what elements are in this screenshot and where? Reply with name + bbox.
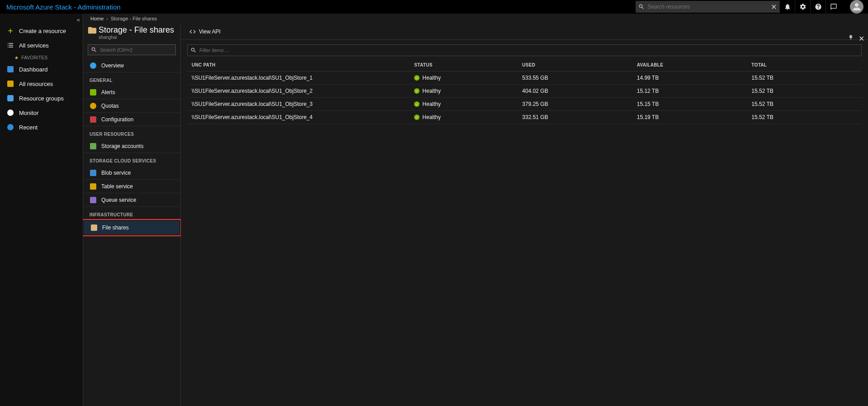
left-nav: « + Create a resource All services ★FAVO…: [0, 14, 83, 406]
globe-icon: [90, 62, 97, 69]
settings-button[interactable]: [795, 0, 810, 14]
menu-quotas[interactable]: Quotas: [83, 99, 180, 113]
breadcrumb-home[interactable]: Home: [90, 16, 104, 21]
breadcrumb-current: Storage - File shares: [111, 16, 157, 21]
topbar: Microsoft Azure Stack - Administration ✕: [0, 0, 868, 14]
alerts-icon: [90, 89, 97, 96]
table-row[interactable]: \\SU1FileServer.azurestack.local\SU1_Obj…: [187, 85, 862, 98]
blob-icon: [90, 169, 97, 177]
menu-blob-service[interactable]: Blob service: [83, 166, 180, 180]
cell-unc: \\SU1FileServer.azurestack.local\SU1_Obj…: [187, 98, 410, 111]
nav-monitor[interactable]: Monitor: [0, 105, 83, 120]
create-resource-label: Create a resource: [19, 28, 66, 34]
menu-storage-accounts[interactable]: Storage accounts: [83, 139, 180, 153]
cell-status: Healthy: [410, 111, 518, 124]
cell-status: Healthy: [410, 98, 518, 111]
cell-total: 15.52 TB: [747, 72, 862, 85]
nav-recent[interactable]: Recent: [0, 120, 83, 134]
cell-available: 15.19 TB: [632, 111, 747, 124]
cell-total: 15.52 TB: [747, 85, 862, 98]
all-services-label: All services: [19, 42, 49, 49]
cell-unc: \\SU1FileServer.azurestack.local\SU1_Obj…: [187, 85, 410, 98]
col-available[interactable]: AVAILABLE: [632, 59, 747, 72]
cell-used: 533.55 GB: [518, 72, 632, 85]
breadcrumb: Home › Storage - File shares: [83, 14, 868, 24]
config-icon: [90, 116, 97, 123]
close-icon[interactable]: ✕: [859, 34, 864, 43]
breadcrumb-sep-icon: ›: [106, 16, 108, 21]
collapse-nav-icon[interactable]: «: [77, 16, 80, 23]
healthy-icon: [414, 75, 420, 81]
favorites-label: ★FAVORITES: [0, 53, 83, 62]
search-icon: [91, 47, 97, 53]
feedback-button[interactable]: [826, 0, 841, 14]
resource-groups-icon: [6, 94, 14, 102]
table-row[interactable]: \\SU1FileServer.azurestack.local\SU1_Obj…: [187, 72, 862, 85]
nav-dashboard[interactable]: Dashboard: [0, 62, 83, 76]
all-services[interactable]: All services: [0, 38, 83, 53]
col-unc[interactable]: UNC PATH: [187, 59, 410, 72]
queue-icon: [90, 196, 97, 204]
menu-alerts[interactable]: Alerts: [83, 86, 180, 99]
global-search[interactable]: ✕: [636, 1, 779, 13]
command-bar: View API: [181, 24, 868, 40]
cell-used: 379.25 GB: [518, 98, 632, 111]
table-row[interactable]: \\SU1FileServer.azurestack.local\SU1_Obj…: [187, 98, 862, 111]
search-icon: [638, 4, 645, 10]
col-used[interactable]: USED: [518, 59, 632, 72]
col-status[interactable]: STATUS: [410, 59, 518, 72]
cell-total: 15.52 TB: [747, 98, 862, 111]
pin-icon[interactable]: [848, 34, 854, 43]
menu-table-service[interactable]: Table service: [83, 180, 180, 193]
nav-resource-groups[interactable]: Resource groups: [0, 91, 83, 105]
view-api-button[interactable]: View API: [189, 28, 221, 35]
cell-available: 15.15 TB: [632, 98, 747, 111]
create-resource[interactable]: + Create a resource: [0, 24, 83, 38]
cell-unc: \\SU1FileServer.azurestack.local\SU1_Obj…: [187, 72, 410, 85]
healthy-icon: [414, 115, 420, 120]
file-shares-icon: [90, 224, 98, 231]
blade-subtitle: shanghai: [99, 35, 174, 40]
global-search-input[interactable]: [645, 4, 771, 10]
list-icon: [6, 41, 14, 49]
group-infrastructure: INFRASTRUCTURE: [83, 207, 180, 220]
cell-total: 15.52 TB: [747, 111, 862, 124]
clock-icon: [6, 123, 14, 131]
grid-icon: [6, 80, 14, 88]
cell-available: 14.99 TB: [632, 72, 747, 85]
blade-search-input[interactable]: [100, 47, 173, 53]
blade-menu: Storage - File shares shanghai Overview …: [83, 24, 181, 406]
blade-header: Storage - File shares shanghai: [83, 24, 180, 44]
help-button[interactable]: [810, 0, 826, 14]
nav-all-resources[interactable]: All resources: [0, 76, 83, 91]
code-icon: [189, 28, 196, 35]
menu-overview[interactable]: Overview: [83, 59, 180, 72]
clear-search-icon[interactable]: ✕: [771, 3, 777, 11]
filter-box[interactable]: [187, 44, 862, 56]
portal-title: Microsoft Azure Stack - Administration: [6, 3, 121, 11]
cell-available: 15.12 TB: [632, 85, 747, 98]
cell-used: 404.02 GB: [518, 85, 632, 98]
folder-icon: [86, 25, 99, 35]
healthy-icon: [414, 101, 420, 107]
highlight-box: File shares: [82, 219, 181, 236]
col-total[interactable]: TOTAL: [747, 59, 862, 72]
notifications-button[interactable]: [779, 0, 795, 14]
healthy-icon: [414, 88, 420, 94]
search-icon: [190, 47, 197, 53]
group-general: GENERAL: [83, 72, 180, 86]
menu-queue-service[interactable]: Queue service: [83, 193, 180, 207]
user-avatar[interactable]: [850, 0, 863, 14]
menu-file-shares[interactable]: File shares: [84, 221, 179, 234]
quotas-icon: [90, 102, 97, 110]
storage-accounts-icon: [90, 143, 97, 150]
cell-unc: \\SU1FileServer.azurestack.local\SU1_Obj…: [187, 111, 410, 124]
blade-search[interactable]: [88, 44, 176, 55]
dashboard-icon: [6, 65, 14, 73]
main-content: ✕ View API UNC: [181, 24, 868, 406]
cell-status: Healthy: [410, 72, 518, 85]
filter-input[interactable]: [199, 48, 859, 53]
menu-configuration[interactable]: Configuration: [83, 113, 180, 126]
table-row[interactable]: \\SU1FileServer.azurestack.local\SU1_Obj…: [187, 111, 862, 124]
cell-used: 332.51 GB: [518, 111, 632, 124]
